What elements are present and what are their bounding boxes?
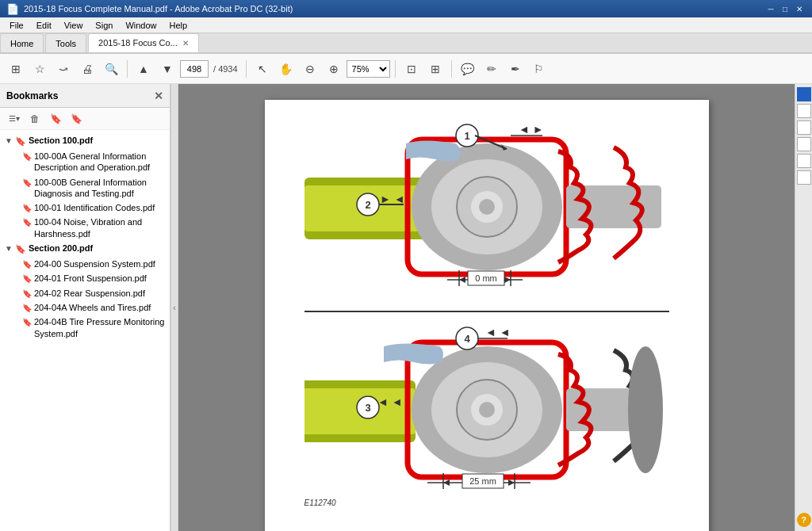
share-button[interactable]: ⤻ [52,58,75,80]
figure-label: E112740 [304,499,336,507]
tree-item-204-00[interactable]: 🔖 204-00 Suspension System.pdf [0,257,170,271]
item-204-02-icon: 🔖 [22,288,32,299]
window-title: 2015-18 Focus Complete Manual.pdf - Adob… [24,4,293,13]
toolbar-sep-1 [127,60,128,78]
right-panel: ​ ​ ​ ​ ​ ​ ? [795,84,812,531]
item-100-01-icon: 🔖 [22,203,32,213]
sidebar-options-button[interactable]: ☰▾ [5,110,24,128]
new-button[interactable]: ⊞ [5,58,27,80]
tree-section-200: ▼ 🔖 Section 200.pdf 🔖 204-00 Suspension … [0,241,170,341]
svg-text:◄ ►: ◄ ► [519,123,544,136]
svg-point-36 [479,402,495,418]
find-button[interactable]: 🔍 [100,58,122,80]
tree-item-100-04[interactable]: 🔖 100-04 Noise, Vibration and Harshness.… [0,215,170,241]
toolbar-sep-2 [246,60,247,78]
sidebar-close-button[interactable]: ✕ [154,90,163,102]
fit-width-button[interactable]: ⊞ [424,58,446,80]
svg-text:3: 3 [365,402,370,414]
select-tool-button[interactable]: ↖ [251,58,274,80]
tab-tools[interactable]: Tools [45,33,86,52]
sidebar: Bookmarks ✕ ☰▾ 🗑 🔖 🔖 ▼ 🔖 Section 100.pdf… [0,84,170,531]
zoom-in-button[interactable]: ⊕ [323,58,345,80]
sidebar-delete-button[interactable]: 🗑 [25,110,44,128]
right-panel-btn-1[interactable]: ​ [797,87,811,101]
comment-button[interactable]: 💬 [457,58,479,80]
item-100-01-label: 100-01 Identification Codes.pdf [34,202,165,213]
item-100-04-label: 100-04 Noise, Vibration and Harshness.pd… [34,216,165,239]
section-100-bookmark-icon: 🔖 [15,136,26,147]
menu-sign[interactable]: Sign [89,19,119,32]
svg-point-8 [479,199,495,215]
item-204-01-label: 204-01 Front Suspension.pdf [34,273,165,284]
diagram-divider [304,311,669,312]
item-100-00A-icon: 🔖 [22,151,32,162]
sidebar-expand-button[interactable]: 🔖 [67,110,86,128]
minimize-button[interactable]: ─ [764,3,777,14]
sidebar-content: ▼ 🔖 Section 100.pdf 🔖 100-00A General In… [0,130,170,531]
right-panel-btn-4[interactable]: ​ [797,137,811,151]
hand-tool-button[interactable]: ✋ [275,58,297,80]
next-page-button[interactable]: ▼ [156,58,178,80]
sidebar-collapse-handle[interactable]: ‹ [170,84,178,531]
sidebar-add-button[interactable]: 🔖 [46,110,65,128]
app-icon: 📄 [6,3,19,15]
section-200-label: Section 200.pdf [29,243,93,253]
document-page: 1 ◄ ► 2 ► ◄ [265,100,709,531]
redact-button[interactable]: ⚐ [528,58,550,80]
right-panel-btn-3[interactable]: ​ [797,120,811,135]
item-204-00-icon: 🔖 [22,259,32,269]
item-100-00B-label: 100-00B General Information Diagnosis an… [34,177,165,200]
section-200-header[interactable]: ▼ 🔖 Section 200.pdf [0,241,170,257]
menu-window[interactable]: Window [119,19,163,32]
document-area[interactable]: 1 ◄ ► 2 ► ◄ [178,84,795,531]
tab-close-icon[interactable]: ✕ [182,39,189,48]
svg-point-39 [628,346,663,473]
menu-edit[interactable]: Edit [30,19,58,32]
tree-item-204-02[interactable]: 🔖 204-02 Rear Suspension.pdf [0,286,170,300]
help-button[interactable]: ? [797,513,811,527]
main-area: Bookmarks ✕ ☰▾ 🗑 🔖 🔖 ▼ 🔖 Section 100.pdf… [0,84,812,531]
section-100-header[interactable]: ▼ 🔖 Section 100.pdf [0,133,170,149]
tree-item-204-01[interactable]: 🔖 204-01 Front Suspension.pdf [0,271,170,285]
zoom-out-button[interactable]: ⊖ [299,58,321,80]
highlight-button[interactable]: ✒ [504,58,527,80]
bookmark-star-button[interactable]: ☆ [29,58,51,80]
section-100-label: Section 100.pdf [29,136,93,145]
title-bar: 📄 2015-18 Focus Complete Manual.pdf - Ad… [0,0,812,17]
menu-file[interactable]: File [3,19,30,32]
page-number-input[interactable] [180,60,209,78]
tree-item-100-00B[interactable]: 🔖 100-00B General Information Diagnosis … [0,175,170,201]
tab-home[interactable]: Home [0,33,44,52]
diagram-bottom-svg: 4 ◄ ◄ 3 ◄ ◄ 25 mm [304,319,669,505]
menu-view[interactable]: View [58,19,90,32]
diagram-top-svg: 1 ◄ ► 2 ► ◄ [304,116,669,302]
section-200-arrow: ▼ [5,244,13,253]
tree-item-100-01[interactable]: 🔖 100-01 Identification Codes.pdf [0,201,170,215]
right-panel-btn-6[interactable]: ​ [797,170,811,185]
item-204-04B-icon: 🔖 [22,317,32,327]
tab-document[interactable]: 2015-18 Focus Co... ✕ [88,33,199,52]
tree-item-204-04B[interactable]: 🔖 204-04B Tire Pressure Monitoring Syste… [0,315,170,341]
item-204-01-icon: 🔖 [22,273,32,284]
pen-button[interactable]: ✏ [481,58,503,80]
toolbar-sep-4 [451,60,452,78]
right-panel-btn-2[interactable]: ​ [797,104,811,118]
tree-item-204-04A[interactable]: 🔖 204-04A Wheels and Tires.pdf [0,300,170,315]
print-button[interactable]: 🖨 [76,58,98,80]
item-100-00B-icon: 🔖 [22,178,32,188]
page-total: / 4934 [213,64,238,74]
section-100-arrow: ▼ [5,136,13,145]
fit-page-button[interactable]: ⊡ [400,58,423,80]
item-204-04B-label: 204-04B Tire Pressure Monitoring System.… [34,316,165,339]
sidebar-toolbar: ☰▾ 🗑 🔖 🔖 [0,108,170,130]
window-controls: ─ □ ✕ [764,3,806,14]
maximize-button[interactable]: □ [779,3,791,14]
right-panel-btn-5[interactable]: ​ [797,154,811,168]
prev-page-button[interactable]: ▲ [132,58,155,80]
item-100-00A-label: 100-00A General Information Description … [34,151,165,174]
zoom-select[interactable]: 50% 75% 100% 125% 150% 200% [347,60,390,78]
svg-text:0 mm: 0 mm [475,273,497,283]
menu-help[interactable]: Help [163,19,194,32]
close-button[interactable]: ✕ [793,3,806,14]
tree-item-100-00A[interactable]: 🔖 100-00A General Information Descriptio… [0,149,170,175]
